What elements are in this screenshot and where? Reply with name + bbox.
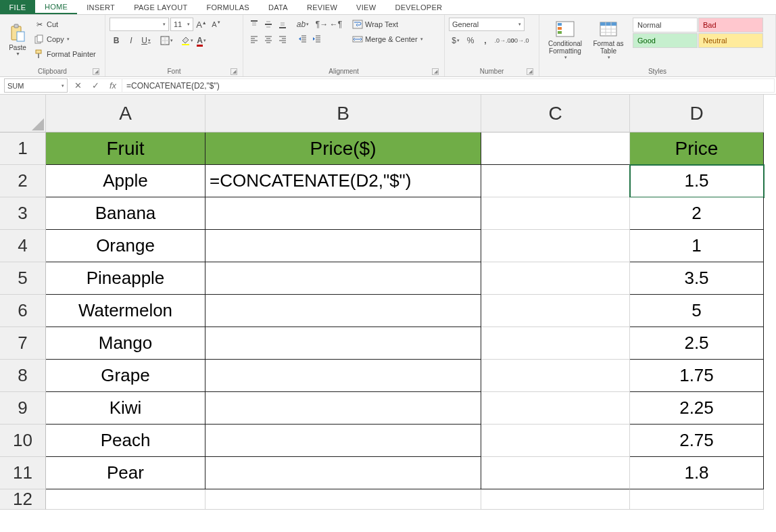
formula-input[interactable]: =CONCATENATE(D2,"$")	[122, 78, 775, 93]
cell-D9[interactable]: 2.25	[630, 392, 764, 425]
cell-A8[interactable]: Grape	[46, 360, 205, 392]
tab-data[interactable]: DATA	[259, 0, 297, 14]
cell-D8[interactable]: 1.75	[630, 360, 764, 392]
insert-function-button[interactable]: fx	[104, 80, 122, 91]
bold-button[interactable]: B	[110, 34, 123, 47]
row-header-4[interactable]: 4	[0, 230, 46, 262]
cell-A5[interactable]: Pineapple	[46, 262, 205, 295]
dialog-launcher-icon[interactable]: ◢	[93, 68, 99, 75]
worksheet-grid[interactable]: A B C D 1 Fruit Price($) Price 2 Apple =…	[0, 95, 776, 532]
cell-A2[interactable]: Apple	[46, 165, 205, 197]
number-format-select[interactable]: General▾	[449, 18, 525, 31]
italic-button[interactable]: I	[124, 34, 138, 47]
cancel-formula-button[interactable]: ✕	[69, 80, 87, 91]
cell-A3[interactable]: Banana	[46, 197, 205, 230]
cell-B2[interactable]: =CONCATENATE(D2,"$")	[205, 165, 481, 197]
row-header-11[interactable]: 11	[0, 457, 46, 489]
tab-file[interactable]: FILE	[0, 0, 35, 14]
cell-B1[interactable]: Price($)	[205, 132, 481, 165]
cell-D2[interactable]: 1.5	[630, 165, 764, 197]
tab-page-layout[interactable]: PAGE LAYOUT	[124, 0, 197, 14]
cell-B3[interactable]	[205, 197, 481, 230]
borders-button[interactable]: ▾	[160, 34, 173, 47]
align-top-button[interactable]	[247, 18, 261, 31]
percent-format-button[interactable]: %	[464, 34, 477, 47]
cell-B8[interactable]	[205, 360, 481, 392]
row-header-1[interactable]: 1	[0, 132, 46, 165]
decrease-decimal-button[interactable]: .00→.0	[512, 34, 526, 47]
dialog-launcher-icon[interactable]: ◢	[527, 68, 533, 75]
underline-button[interactable]: U▾	[139, 34, 153, 47]
format-as-table-button[interactable]: Format as Table▾	[589, 18, 627, 62]
cell-C10[interactable]	[481, 425, 630, 457]
conditional-formatting-button[interactable]: Conditional Formatting▾	[543, 18, 587, 62]
cell-A11[interactable]: Pear	[46, 457, 205, 489]
font-color-button[interactable]: A▾	[195, 34, 208, 47]
cell-A6[interactable]: Watermelon	[46, 295, 205, 327]
row-header-12[interactable]: 12	[0, 489, 46, 510]
cell-C1[interactable]	[481, 132, 630, 165]
row-header-8[interactable]: 8	[0, 360, 46, 392]
select-all-corner[interactable]	[0, 95, 46, 132]
cell-D12[interactable]	[630, 489, 764, 510]
cell-B4[interactable]	[205, 230, 481, 262]
accounting-format-button[interactable]: $▾	[449, 34, 462, 47]
col-header-D[interactable]: D	[630, 95, 764, 132]
cell-style-normal[interactable]: Normal	[633, 18, 698, 32]
ltr-button[interactable]: ¶→	[315, 18, 329, 31]
tab-formulas[interactable]: FORMULAS	[197, 0, 259, 14]
dialog-launcher-icon[interactable]: ◢	[432, 68, 439, 75]
orientation-button[interactable]: ab▾	[296, 18, 310, 31]
row-header-5[interactable]: 5	[0, 262, 46, 295]
format-painter-button[interactable]: Format Painter	[34, 47, 96, 61]
cell-D5[interactable]: 3.5	[630, 262, 764, 295]
cell-C3[interactable]	[481, 197, 630, 230]
cell-C7[interactable]	[481, 327, 630, 360]
rtl-button[interactable]: ←¶	[329, 18, 343, 31]
enter-formula-button[interactable]: ✓	[87, 80, 104, 91]
increase-indent-button[interactable]	[310, 32, 324, 46]
cell-C12[interactable]	[481, 489, 630, 510]
comma-format-button[interactable]: ,	[479, 34, 492, 47]
cell-style-good[interactable]: Good	[633, 33, 698, 48]
cell-C6[interactable]	[481, 295, 630, 327]
cell-A4[interactable]: Orange	[46, 230, 205, 262]
cell-style-bad[interactable]: Bad	[698, 18, 763, 32]
name-box[interactable]: SUM▾	[4, 78, 68, 93]
cell-D4[interactable]: 1	[630, 230, 764, 262]
grow-font-button[interactable]: A▲	[195, 18, 208, 31]
cell-B7[interactable]	[205, 327, 481, 360]
col-header-C[interactable]: C	[481, 95, 630, 132]
align-bottom-button[interactable]	[276, 18, 289, 31]
cell-A7[interactable]: Mango	[46, 327, 205, 360]
cell-B11[interactable]	[205, 457, 481, 489]
align-right-button[interactable]	[276, 32, 289, 46]
decrease-indent-button[interactable]	[296, 32, 310, 46]
merge-center-button[interactable]: Merge & Center ▾	[352, 32, 423, 46]
cell-B6[interactable]	[205, 295, 481, 327]
cell-D11[interactable]: 1.8	[630, 457, 764, 489]
tab-review[interactable]: REVIEW	[297, 0, 347, 14]
copy-button[interactable]: Copy ▾	[34, 32, 96, 46]
cut-button[interactable]: ✂ Cut	[34, 18, 96, 31]
cell-C8[interactable]	[481, 360, 630, 392]
cell-D3[interactable]: 2	[630, 197, 764, 230]
cell-A1[interactable]: Fruit	[46, 132, 205, 165]
cell-style-neutral[interactable]: Neutral	[698, 33, 763, 48]
row-header-3[interactable]: 3	[0, 197, 46, 230]
cell-A9[interactable]: Kiwi	[46, 392, 205, 425]
fill-color-button[interactable]: ▾	[180, 34, 193, 47]
row-header-10[interactable]: 10	[0, 425, 46, 457]
row-header-2[interactable]: 2	[0, 165, 46, 197]
row-header-9[interactable]: 9	[0, 392, 46, 425]
cell-C9[interactable]	[481, 392, 630, 425]
tab-view[interactable]: VIEW	[347, 0, 385, 14]
align-middle-button[interactable]	[262, 18, 275, 31]
cell-C2[interactable]	[481, 165, 630, 197]
tab-developer[interactable]: DEVELOPER	[385, 0, 452, 14]
dialog-launcher-icon[interactable]: ◢	[231, 68, 237, 75]
cell-A10[interactable]: Peach	[46, 425, 205, 457]
wrap-text-button[interactable]: Wrap Text	[352, 18, 423, 31]
cell-C5[interactable]	[481, 262, 630, 295]
cell-D6[interactable]: 5	[630, 295, 764, 327]
